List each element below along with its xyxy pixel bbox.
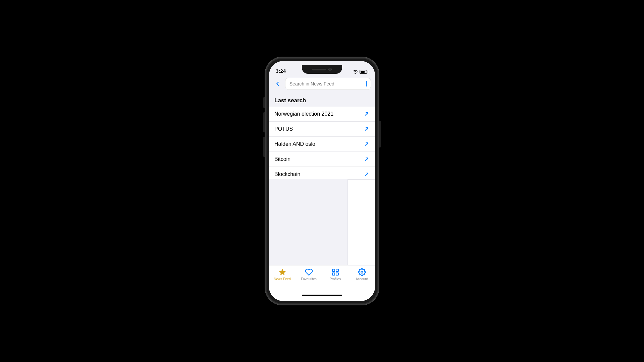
search-item-label: POTUS <box>274 126 293 132</box>
tab-bar: News Feed Favourites <box>269 265 375 293</box>
home-indicator-bar <box>269 293 375 301</box>
arrow-ne-icon <box>364 141 370 147</box>
search-item-label: Halden AND oslo <box>274 141 315 147</box>
arrow-ne-icon <box>364 156 370 162</box>
battery-icon <box>360 70 368 74</box>
home-indicator <box>302 295 342 296</box>
content-area: Last search Norwegian election 2021 POTU… <box>269 93 375 179</box>
svg-rect-3 <box>336 273 338 275</box>
grid-icon <box>331 268 339 276</box>
phone-device: 3:24 <box>265 57 379 305</box>
tab-profiles[interactable]: Profiles <box>322 268 348 281</box>
svg-rect-0 <box>332 269 335 272</box>
list-item[interactable]: Bitcoin <box>269 152 375 167</box>
back-icon <box>275 81 280 86</box>
arrow-ne-icon <box>364 111 370 117</box>
list-item[interactable]: Blockchain <box>269 167 375 179</box>
section-title: Last search <box>274 97 306 104</box>
partial-overlay <box>347 179 375 265</box>
gear-icon <box>358 268 366 276</box>
camera <box>328 68 332 71</box>
search-item-label: Bitcoin <box>274 156 290 162</box>
search-box[interactable] <box>285 78 371 90</box>
side-button-mute <box>263 97 265 108</box>
arrow-ne-icon <box>364 126 370 132</box>
svg-rect-2 <box>332 273 335 275</box>
wifi-icon <box>353 70 358 74</box>
tab-newsfeed[interactable]: News Feed <box>269 268 296 281</box>
search-header <box>269 76 375 93</box>
status-icons <box>353 70 368 74</box>
cursor <box>366 81 367 86</box>
list-item[interactable]: POTUS <box>269 122 375 137</box>
speaker <box>312 69 326 70</box>
side-button-power <box>379 121 381 147</box>
star-icon <box>278 268 286 276</box>
tab-account-label: Account <box>356 277 368 281</box>
search-item-label: Norwegian election 2021 <box>274 111 333 117</box>
section-header: Last search <box>269 93 375 107</box>
tab-favourites[interactable]: Favourites <box>296 268 322 281</box>
tab-account[interactable]: Account <box>348 268 375 281</box>
list-item[interactable]: Halden AND oslo <box>269 137 375 152</box>
side-button-volume-down <box>263 137 265 157</box>
status-time: 3:24 <box>276 68 286 74</box>
heart-icon <box>305 268 313 276</box>
svg-point-4 <box>361 271 363 273</box>
arrow-ne-icon <box>364 171 370 177</box>
tab-newsfeed-label: News Feed <box>274 277 291 281</box>
search-item-label: Blockchain <box>274 171 300 177</box>
search-list: Norwegian election 2021 POTUS Halden AND… <box>269 107 375 179</box>
tab-favourites-label: Favourites <box>301 277 317 281</box>
list-item[interactable]: Norwegian election 2021 <box>269 107 375 122</box>
notch <box>302 65 342 74</box>
svg-rect-1 <box>336 269 338 272</box>
side-button-volume-up <box>263 112 265 132</box>
tab-profiles-label: Profiles <box>330 277 341 281</box>
phone-screen: 3:24 <box>269 61 375 301</box>
search-input[interactable] <box>289 81 364 86</box>
back-button[interactable] <box>273 79 282 88</box>
